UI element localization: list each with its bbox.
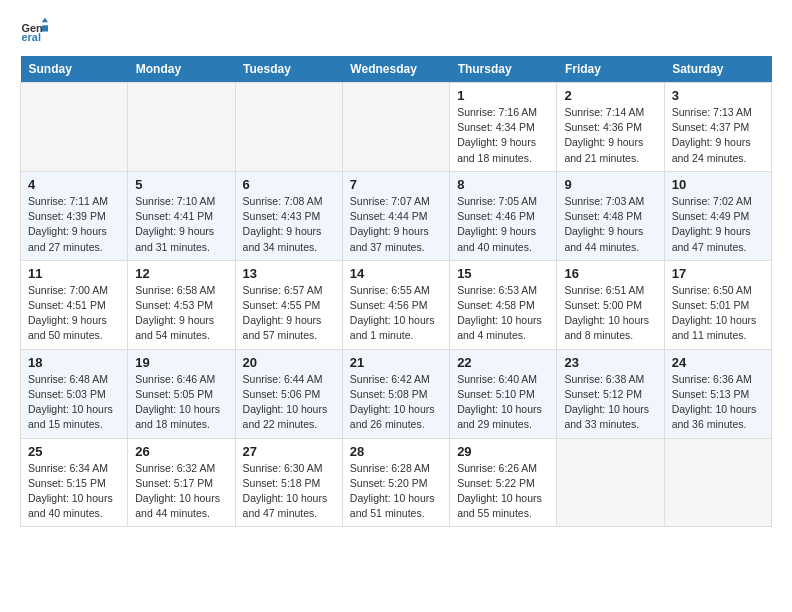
calendar-cell: 12Sunrise: 6:58 AM Sunset: 4:53 PM Dayli… bbox=[128, 260, 235, 349]
svg-text:eral: eral bbox=[22, 31, 41, 43]
calendar-cell: 13Sunrise: 6:57 AM Sunset: 4:55 PM Dayli… bbox=[235, 260, 342, 349]
calendar-week-row: 1Sunrise: 7:16 AM Sunset: 4:34 PM Daylig… bbox=[21, 83, 772, 172]
calendar-cell: 14Sunrise: 6:55 AM Sunset: 4:56 PM Dayli… bbox=[342, 260, 449, 349]
calendar-week-row: 11Sunrise: 7:00 AM Sunset: 4:51 PM Dayli… bbox=[21, 260, 772, 349]
calendar-cell: 1Sunrise: 7:16 AM Sunset: 4:34 PM Daylig… bbox=[450, 83, 557, 172]
calendar-cell: 4Sunrise: 7:11 AM Sunset: 4:39 PM Daylig… bbox=[21, 171, 128, 260]
day-info: Sunrise: 6:30 AM Sunset: 5:18 PM Dayligh… bbox=[243, 461, 335, 522]
day-number: 25 bbox=[28, 444, 120, 459]
day-info: Sunrise: 7:03 AM Sunset: 4:48 PM Dayligh… bbox=[564, 194, 656, 255]
day-number: 10 bbox=[672, 177, 764, 192]
day-info: Sunrise: 6:58 AM Sunset: 4:53 PM Dayligh… bbox=[135, 283, 227, 344]
svg-marker-3 bbox=[42, 25, 48, 31]
day-info: Sunrise: 7:02 AM Sunset: 4:49 PM Dayligh… bbox=[672, 194, 764, 255]
calendar-cell: 2Sunrise: 7:14 AM Sunset: 4:36 PM Daylig… bbox=[557, 83, 664, 172]
calendar-cell: 20Sunrise: 6:44 AM Sunset: 5:06 PM Dayli… bbox=[235, 349, 342, 438]
calendar-cell: 18Sunrise: 6:48 AM Sunset: 5:03 PM Dayli… bbox=[21, 349, 128, 438]
calendar-cell: 17Sunrise: 6:50 AM Sunset: 5:01 PM Dayli… bbox=[664, 260, 771, 349]
day-number: 27 bbox=[243, 444, 335, 459]
day-number: 13 bbox=[243, 266, 335, 281]
day-number: 29 bbox=[457, 444, 549, 459]
day-number: 18 bbox=[28, 355, 120, 370]
weekday-header: Tuesday bbox=[235, 56, 342, 83]
day-number: 3 bbox=[672, 88, 764, 103]
day-info: Sunrise: 6:28 AM Sunset: 5:20 PM Dayligh… bbox=[350, 461, 442, 522]
day-number: 11 bbox=[28, 266, 120, 281]
calendar-cell: 29Sunrise: 6:26 AM Sunset: 5:22 PM Dayli… bbox=[450, 438, 557, 527]
calendar-cell bbox=[21, 83, 128, 172]
calendar-cell: 9Sunrise: 7:03 AM Sunset: 4:48 PM Daylig… bbox=[557, 171, 664, 260]
calendar-cell: 7Sunrise: 7:07 AM Sunset: 4:44 PM Daylig… bbox=[342, 171, 449, 260]
calendar-cell: 11Sunrise: 7:00 AM Sunset: 4:51 PM Dayli… bbox=[21, 260, 128, 349]
day-number: 20 bbox=[243, 355, 335, 370]
day-number: 28 bbox=[350, 444, 442, 459]
day-number: 15 bbox=[457, 266, 549, 281]
day-info: Sunrise: 6:51 AM Sunset: 5:00 PM Dayligh… bbox=[564, 283, 656, 344]
day-info: Sunrise: 7:08 AM Sunset: 4:43 PM Dayligh… bbox=[243, 194, 335, 255]
calendar-cell: 23Sunrise: 6:38 AM Sunset: 5:12 PM Dayli… bbox=[557, 349, 664, 438]
day-info: Sunrise: 7:00 AM Sunset: 4:51 PM Dayligh… bbox=[28, 283, 120, 344]
calendar-cell bbox=[342, 83, 449, 172]
calendar-cell: 21Sunrise: 6:42 AM Sunset: 5:08 PM Dayli… bbox=[342, 349, 449, 438]
day-info: Sunrise: 6:40 AM Sunset: 5:10 PM Dayligh… bbox=[457, 372, 549, 433]
day-info: Sunrise: 7:13 AM Sunset: 4:37 PM Dayligh… bbox=[672, 105, 764, 166]
calendar-cell: 15Sunrise: 6:53 AM Sunset: 4:58 PM Dayli… bbox=[450, 260, 557, 349]
calendar-cell bbox=[664, 438, 771, 527]
calendar-cell: 6Sunrise: 7:08 AM Sunset: 4:43 PM Daylig… bbox=[235, 171, 342, 260]
calendar-cell bbox=[128, 83, 235, 172]
day-number: 9 bbox=[564, 177, 656, 192]
day-info: Sunrise: 6:44 AM Sunset: 5:06 PM Dayligh… bbox=[243, 372, 335, 433]
day-info: Sunrise: 7:05 AM Sunset: 4:46 PM Dayligh… bbox=[457, 194, 549, 255]
day-number: 22 bbox=[457, 355, 549, 370]
calendar-cell bbox=[235, 83, 342, 172]
page-header: Gen eral bbox=[20, 16, 772, 44]
calendar-cell: 10Sunrise: 7:02 AM Sunset: 4:49 PM Dayli… bbox=[664, 171, 771, 260]
weekday-header: Friday bbox=[557, 56, 664, 83]
day-number: 16 bbox=[564, 266, 656, 281]
day-info: Sunrise: 6:46 AM Sunset: 5:05 PM Dayligh… bbox=[135, 372, 227, 433]
day-number: 1 bbox=[457, 88, 549, 103]
calendar-cell: 3Sunrise: 7:13 AM Sunset: 4:37 PM Daylig… bbox=[664, 83, 771, 172]
day-info: Sunrise: 6:55 AM Sunset: 4:56 PM Dayligh… bbox=[350, 283, 442, 344]
day-number: 19 bbox=[135, 355, 227, 370]
day-info: Sunrise: 6:42 AM Sunset: 5:08 PM Dayligh… bbox=[350, 372, 442, 433]
calendar-table: SundayMondayTuesdayWednesdayThursdayFrid… bbox=[20, 56, 772, 527]
day-number: 4 bbox=[28, 177, 120, 192]
calendar-cell: 8Sunrise: 7:05 AM Sunset: 4:46 PM Daylig… bbox=[450, 171, 557, 260]
day-number: 7 bbox=[350, 177, 442, 192]
calendar-cell: 28Sunrise: 6:28 AM Sunset: 5:20 PM Dayli… bbox=[342, 438, 449, 527]
day-number: 23 bbox=[564, 355, 656, 370]
calendar-cell bbox=[557, 438, 664, 527]
calendar-week-row: 18Sunrise: 6:48 AM Sunset: 5:03 PM Dayli… bbox=[21, 349, 772, 438]
weekday-header: Thursday bbox=[450, 56, 557, 83]
day-info: Sunrise: 6:48 AM Sunset: 5:03 PM Dayligh… bbox=[28, 372, 120, 433]
day-number: 21 bbox=[350, 355, 442, 370]
day-number: 5 bbox=[135, 177, 227, 192]
weekday-header: Wednesday bbox=[342, 56, 449, 83]
day-number: 12 bbox=[135, 266, 227, 281]
calendar-cell: 25Sunrise: 6:34 AM Sunset: 5:15 PM Dayli… bbox=[21, 438, 128, 527]
day-info: Sunrise: 7:07 AM Sunset: 4:44 PM Dayligh… bbox=[350, 194, 442, 255]
logo: Gen eral bbox=[20, 16, 52, 44]
calendar-header: SundayMondayTuesdayWednesdayThursdayFrid… bbox=[21, 56, 772, 83]
calendar-week-row: 4Sunrise: 7:11 AM Sunset: 4:39 PM Daylig… bbox=[21, 171, 772, 260]
day-number: 24 bbox=[672, 355, 764, 370]
day-info: Sunrise: 6:36 AM Sunset: 5:13 PM Dayligh… bbox=[672, 372, 764, 433]
day-info: Sunrise: 7:11 AM Sunset: 4:39 PM Dayligh… bbox=[28, 194, 120, 255]
calendar-cell: 24Sunrise: 6:36 AM Sunset: 5:13 PM Dayli… bbox=[664, 349, 771, 438]
day-info: Sunrise: 7:16 AM Sunset: 4:34 PM Dayligh… bbox=[457, 105, 549, 166]
day-info: Sunrise: 6:26 AM Sunset: 5:22 PM Dayligh… bbox=[457, 461, 549, 522]
weekday-header: Saturday bbox=[664, 56, 771, 83]
day-info: Sunrise: 6:50 AM Sunset: 5:01 PM Dayligh… bbox=[672, 283, 764, 344]
day-info: Sunrise: 7:14 AM Sunset: 4:36 PM Dayligh… bbox=[564, 105, 656, 166]
calendar-cell: 26Sunrise: 6:32 AM Sunset: 5:17 PM Dayli… bbox=[128, 438, 235, 527]
day-number: 26 bbox=[135, 444, 227, 459]
logo-icon: Gen eral bbox=[20, 16, 48, 44]
day-info: Sunrise: 6:38 AM Sunset: 5:12 PM Dayligh… bbox=[564, 372, 656, 433]
day-number: 2 bbox=[564, 88, 656, 103]
day-number: 14 bbox=[350, 266, 442, 281]
calendar-cell: 22Sunrise: 6:40 AM Sunset: 5:10 PM Dayli… bbox=[450, 349, 557, 438]
weekday-header: Sunday bbox=[21, 56, 128, 83]
day-number: 17 bbox=[672, 266, 764, 281]
calendar-cell: 5Sunrise: 7:10 AM Sunset: 4:41 PM Daylig… bbox=[128, 171, 235, 260]
